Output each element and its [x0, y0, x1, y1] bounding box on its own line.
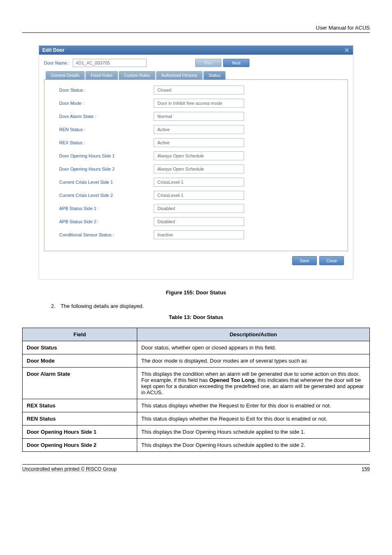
label-apb-status-side-1: APB Status Side 1 :: [59, 206, 154, 211]
value-apb-status-side-2: Disabled: [154, 217, 244, 226]
dialog-title: Edit Door: [42, 47, 65, 53]
value-crisis-level-side-2: CrisisLevel-1: [154, 191, 244, 200]
value-door-opening-side-2: Always Open Schedule: [154, 164, 244, 173]
cell-desc: The door mode is displayed. Door modes a…: [137, 354, 369, 368]
value-apb-status-side-1: Disabled: [154, 204, 244, 213]
tab-general-details[interactable]: General Details: [46, 71, 85, 80]
cell-field: REX Status: [23, 399, 137, 412]
footer-left: Uncontrolled when printed © RISCO Group: [22, 466, 117, 472]
label-apb-status-side-2: APB Status Side 2 :: [59, 219, 154, 224]
tab-custom-rules[interactable]: Custom Rules: [119, 71, 155, 80]
status-panel: Door Status :Closed Door Mode :Door in I…: [44, 79, 348, 251]
table-row: Door Opening Hours Side 1 This displays …: [23, 426, 370, 439]
cell-field: Door Opening Hours Side 1: [23, 426, 137, 439]
cell-field: REN Status: [23, 412, 137, 426]
cell-desc: This status displays whether the Request…: [137, 399, 369, 412]
value-crisis-level-side-1: CrisisLevel-1: [154, 178, 244, 187]
label-conditional-sensor: Conditional Sensor Status :: [59, 232, 154, 237]
edit-door-dialog: Edit Door Door Name : Prev Next General …: [39, 45, 353, 280]
cell-field: Door Mode: [23, 354, 137, 368]
value-rex-status: Active: [154, 138, 244, 147]
label-door-opening-side-2: Door Opening Hours Side 2: [59, 166, 154, 171]
table-row: REN Status This status displays whether …: [23, 412, 370, 426]
value-door-alarm-state: Normal: [154, 112, 244, 121]
table-row: Door Mode The door mode is displayed. Do…: [23, 354, 370, 368]
cell-field: Door Opening Hours Side 2: [23, 439, 137, 452]
cell-desc: This displays the Door Opening Hours sch…: [137, 426, 369, 439]
cell-desc: Door status, whether open or closed appe…: [137, 341, 369, 354]
step-2: 2. The following details are displayed.: [51, 303, 370, 309]
value-conditional-sensor: Inactive: [154, 230, 244, 239]
label-crisis-level-side-1: Current Crisis Level Side 1: [59, 180, 154, 185]
value-door-status: Closed: [154, 86, 244, 95]
page-header: User Manual for ACUS: [22, 25, 370, 32]
value-ren-status: Active: [154, 125, 244, 134]
tab-authorized-persons[interactable]: Authorized Persons: [156, 71, 203, 80]
label-door-alarm-state: Door Alarm State :: [59, 114, 154, 119]
cell-field: Door Status: [23, 341, 137, 354]
table-row: Door Status Door status, whether open or…: [23, 341, 370, 354]
step-number: 2.: [51, 303, 59, 309]
label-rex-status: REX Status :: [59, 140, 154, 145]
tab-status[interactable]: Status: [203, 71, 226, 80]
door-name-label: Door Name :: [44, 60, 69, 65]
table-row: Door Alarm State This displays the condi…: [23, 368, 370, 399]
save-button[interactable]: Save: [292, 256, 317, 265]
tab-fixed-rules[interactable]: Fixed Rules: [85, 71, 118, 80]
table-caption: Table 13: Door Status: [22, 314, 370, 320]
label-ren-status: REN Status :: [59, 127, 154, 132]
cell-desc: This status displays whether the Request…: [137, 412, 369, 426]
step-text: The following details are displayed.: [60, 303, 143, 309]
value-door-opening-side-1: Always Open Schedule: [154, 151, 244, 160]
cell-desc: This displays the condition when an alar…: [137, 368, 369, 399]
close-button[interactable]: Close: [319, 256, 344, 265]
label-door-opening-side-1: Door Opening Hours Side 1: [59, 153, 154, 158]
figure-caption: Figure 155: Door Status: [22, 289, 370, 296]
th-description: Description/Action: [137, 328, 369, 341]
table-row: Door Opening Hours Side 2 This displays …: [23, 439, 370, 452]
page-number: 159: [362, 466, 370, 472]
th-field: Field: [23, 328, 137, 341]
table-row: REX Status This status displays whether …: [23, 399, 370, 412]
next-button[interactable]: Next: [223, 59, 249, 67]
label-crisis-level-side-2: Current Crisis Level Side 2: [59, 193, 154, 198]
cell-desc: This displays the Door Opening Hours sch…: [137, 439, 369, 452]
close-icon[interactable]: [344, 47, 350, 53]
prev-button[interactable]: Prev: [195, 59, 221, 67]
cell-field: Door Alarm State: [23, 368, 137, 399]
door-name-input[interactable]: [73, 59, 147, 67]
label-door-status: Door Status :: [59, 88, 154, 92]
door-status-table: Field Description/Action Door Status Doo…: [22, 328, 370, 452]
label-door-mode: Door Mode :: [59, 101, 154, 106]
value-door-mode: Door in Inhibit free access mode: [154, 99, 244, 108]
